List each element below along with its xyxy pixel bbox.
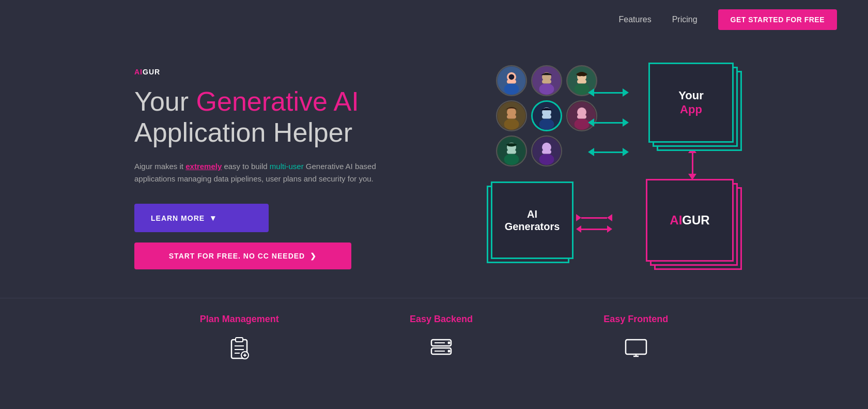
server-icon <box>426 333 457 364</box>
learn-more-label: LEARN MORE <box>151 214 205 222</box>
feature-easy-frontend: Easy Frontend <box>603 314 668 364</box>
svg-point-7 <box>539 83 554 95</box>
arrow-users-to-app-1 <box>588 88 629 97</box>
svg-point-19 <box>539 118 554 130</box>
arrow-aigur-to-gen <box>576 225 612 233</box>
arrow-users-to-app-3 <box>588 148 629 156</box>
svg-point-4 <box>509 74 515 80</box>
nav-features-link[interactable]: Features <box>619 15 652 24</box>
avatar-7-icon <box>498 137 525 165</box>
svg-rect-24 <box>577 115 586 118</box>
monitor-icon <box>621 333 652 364</box>
aigur-box: AIGUR <box>646 179 734 262</box>
nav-pricing-link[interactable]: Pricing <box>672 15 698 24</box>
start-free-button[interactable]: START FOR FREE. NO CC NEEDED ❯ <box>134 243 351 269</box>
hero-desc-multi-user: multi-user <box>270 162 304 171</box>
hero-desc-plain1: Aigur makes it <box>134 162 185 171</box>
avatar-4-icon <box>498 102 525 130</box>
easy-backend-title: Easy Backend <box>410 314 473 325</box>
brand-gur: GUR <box>143 68 160 76</box>
avatar-2 <box>531 65 562 96</box>
hero-title: Your Generative AI Application Helper <box>134 86 382 148</box>
start-label: START FOR FREE. NO CC NEEDED <box>169 252 305 260</box>
svg-point-11 <box>575 83 590 95</box>
your-app-app-text: App <box>680 103 702 116</box>
hero-title-rest: Application Helper <box>134 117 352 147</box>
hero-description: Aigur makes it extremely easy to build m… <box>134 160 382 185</box>
avatar-7 <box>496 135 527 166</box>
svg-rect-12 <box>577 80 586 83</box>
avatar-8-icon <box>533 137 561 165</box>
aigur-ai-text: AI <box>670 213 682 227</box>
arrow-right-icon: ❯ <box>310 252 317 260</box>
ai-gen-ai-text: AI <box>527 208 537 220</box>
hero-left: AIGUR Your Generative AI Application Hel… <box>134 68 382 270</box>
feature-easy-backend: Easy Backend <box>410 314 473 364</box>
your-app-box: Your App <box>648 63 734 143</box>
ai-generators-box: AI Generators <box>491 181 574 259</box>
aigur-gur-text: GUR <box>682 213 709 227</box>
svg-rect-8 <box>542 80 551 83</box>
svg-rect-3 <box>507 80 516 83</box>
arrow-users-to-app-2 <box>588 118 629 127</box>
hero-desc-plain2: easy to build <box>222 162 270 171</box>
hero-title-plain: Your <box>134 86 196 116</box>
svg-rect-32 <box>542 150 551 154</box>
svg-rect-20 <box>542 115 551 118</box>
avatar-5 <box>531 100 562 131</box>
svg-rect-16 <box>507 115 516 118</box>
avatar-6 <box>566 100 597 131</box>
aigur-stack-container: AIGUR <box>638 179 734 269</box>
plan-management-title: Plan Management <box>200 314 279 325</box>
your-app-your-text: Your <box>678 89 703 102</box>
avatar-4 <box>496 100 527 131</box>
avatar-grid <box>496 65 597 166</box>
brand-ai: AI <box>134 68 143 76</box>
avatar-5-icon <box>533 102 561 130</box>
your-app-stack-container: Your App <box>641 63 734 150</box>
brand-tag: AIGUR <box>134 68 382 76</box>
avatar-1-icon <box>498 67 525 95</box>
arrow-app-to-aigur <box>688 147 696 180</box>
clipboard-icon <box>224 333 255 364</box>
aigur-box-text: AIGUR <box>670 213 709 228</box>
svg-rect-47 <box>626 340 646 354</box>
easy-frontend-title: Easy Frontend <box>603 314 668 325</box>
svg-point-23 <box>575 118 590 130</box>
features-section: Plan Management Easy Backend <box>0 298 868 374</box>
hero-desc-extremely: extremely <box>185 162 222 171</box>
hero-section: AIGUR Your Generative AI Application Hel… <box>0 39 868 298</box>
svg-point-27 <box>504 154 519 165</box>
svg-point-2 <box>504 83 519 95</box>
svg-point-15 <box>504 118 519 130</box>
navbar: Features Pricing GET STARTED FOR FREE <box>0 0 868 39</box>
hero-title-highlight: Generative AI <box>196 86 359 116</box>
svg-rect-34 <box>236 338 243 342</box>
learn-more-button[interactable]: LEARN MORE ▾ <box>134 204 269 232</box>
avatar-1 <box>496 65 527 96</box>
svg-rect-28 <box>507 150 516 154</box>
hero-diagram: Your App AI Generators <box>486 60 734 277</box>
nav-cta-button[interactable]: GET STARTED FOR FREE <box>718 9 837 30</box>
avatar-2-icon <box>533 67 561 95</box>
ai-gen-generators-text: Generators <box>505 220 560 233</box>
svg-point-44 <box>448 350 451 353</box>
chevron-down-icon: ▾ <box>211 213 215 223</box>
feature-plan-management: Plan Management <box>200 314 279 364</box>
svg-point-43 <box>448 342 451 344</box>
svg-point-31 <box>539 154 554 165</box>
arrow-gen-to-aigur <box>576 214 612 221</box>
avatar-8 <box>531 135 562 166</box>
ai-gen-stack-container: AI Generators <box>491 181 581 267</box>
